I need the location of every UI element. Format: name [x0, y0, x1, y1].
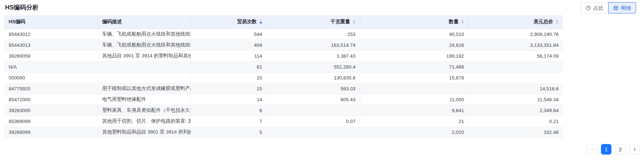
cell-trade-count: 114 — [191, 50, 267, 61]
cell-description: 塑料家具、车身及类似配件（不包括永久安装... — [98, 105, 191, 116]
cell-quantity: 9,841 — [360, 105, 469, 116]
cell-hs-code: 85443013 — [4, 40, 98, 50]
cell-trade-count: 544 — [191, 29, 267, 40]
cell-trade-count: 15 — [191, 83, 267, 94]
next-page-button[interactable] — [629, 144, 640, 155]
cell-usd-total: 0.21 — [469, 116, 563, 127]
cell-hs-code: 39269099 — [4, 127, 98, 138]
cell-usd-total: 2,908,240.76 — [469, 29, 563, 40]
cell-usd-total: 3,133,351.84 — [469, 40, 563, 50]
table-row: 000000 15 130,835.8 15,878 — [4, 72, 563, 83]
cell-usd-total: 11,548.34 — [469, 94, 563, 105]
sort-carets-icon[interactable] — [353, 20, 356, 24]
hs-code-analysis-panel: HS编码分析 占比 明细 — [0, 0, 644, 164]
column-header-usd-total[interactable]: 美元总价 — [469, 15, 563, 29]
column-header-description: 编码描述 — [98, 15, 191, 29]
cell-kg-weight: 605.43 — [267, 94, 360, 105]
table-row: 85472000 电气用塑料绝缘配件 14 605.43 11,050 11,5… — [4, 94, 563, 105]
proportion-view-label: 占比 — [593, 5, 603, 11]
column-label: HS编码 — [9, 19, 25, 25]
cell-usd-total: 14,516.6 — [469, 83, 563, 94]
cell-trade-count: 7 — [191, 116, 267, 127]
cell-usd-total: 2,349.64 — [469, 105, 563, 116]
chevron-left-icon — [590, 147, 594, 152]
column-label: 贸易次数 — [237, 19, 257, 25]
table-row: 85369099 其他用于切割、切片、保护电路的装置: 其他... 7 0.07… — [4, 116, 563, 127]
cell-quantity: 71,466 — [360, 61, 469, 72]
cell-kg-weight — [267, 105, 360, 116]
cell-quantity: 2,020 — [360, 127, 469, 138]
cell-quantity: 199,192 — [360, 50, 469, 61]
cell-description — [98, 72, 191, 83]
pie-chart-icon — [586, 5, 591, 11]
cell-hs-code: 39269059 — [4, 50, 98, 61]
column-header-hs-code: HS编码 — [4, 15, 98, 29]
cell-kg-weight: 552,280.4 — [267, 61, 360, 72]
chevron-right-icon — [632, 147, 637, 152]
cell-quantity: 15,878 — [360, 72, 469, 83]
cell-description: 电气用塑料绝缘配件 — [98, 94, 191, 105]
cell-trade-count: 14 — [191, 94, 267, 105]
prev-page-button[interactable] — [587, 144, 597, 155]
cell-description: 车辆、飞机或船舶用点火线组和其他线组绝缘... — [98, 29, 191, 40]
cell-description — [98, 61, 191, 72]
table-row: 39269059 其他品目 3901 至 3914 的塑料制品和其他材... 1… — [4, 50, 563, 61]
cell-quantity — [360, 83, 469, 94]
cell-trade-count: 8 — [191, 105, 267, 116]
cell-description: 其他用于切割、切片、保护电路的装置: 其他... — [98, 116, 191, 127]
table-row: N/A 61 552,280.4 71,466 — [4, 61, 563, 72]
topbar: HS编码分析 占比 明细 — [0, 0, 644, 14]
column-header-kg-weight[interactable]: 千克重量 — [267, 15, 360, 29]
cell-hs-code: 000000 — [4, 72, 98, 83]
cell-description: 其他品目 3901 至 3914 的塑料制品和其他材... — [98, 50, 191, 61]
pagination: 1 2 — [587, 144, 640, 155]
cell-trade-count: 404 — [191, 40, 267, 50]
cell-quantity: 11,050 — [360, 94, 469, 105]
cell-usd-total: 56,174.09 — [469, 50, 563, 61]
cell-kg-weight: 130,835.8 — [267, 72, 360, 83]
detail-view-label: 明细 — [621, 5, 631, 11]
column-header-quantity[interactable]: 数量 — [360, 15, 469, 29]
table-header-row: HS编码 编码描述 贸易次数 千克重量 — [4, 15, 563, 29]
column-header-trade-count[interactable]: 贸易次数 — [191, 15, 267, 29]
cell-hs-code: 85472000 — [4, 94, 98, 105]
table-row: 84775920 用于模制或以其他方式形成橡胶或塑料产品的... 15 563.… — [4, 83, 563, 94]
cell-kg-weight: 253 — [267, 29, 360, 40]
sort-carets-icon[interactable] — [556, 20, 559, 24]
table-row: 85443013 车辆、飞机或船舶用点火线组和其他线组绝缘... 404 163… — [4, 40, 563, 50]
cell-quantity: 24,616 — [360, 40, 469, 50]
cell-kg-weight: 3,387.43 — [267, 50, 360, 61]
column-label: 数量 — [449, 19, 459, 25]
cell-kg-weight: 563.03 — [267, 83, 360, 94]
sort-carets-icon[interactable] — [461, 20, 464, 24]
page-title: HS编码分析 — [5, 2, 39, 12]
cell-hs-code: 84775920 — [4, 83, 98, 94]
cell-description: 用于模制或以其他方式形成橡胶或塑料产品的... — [98, 83, 191, 94]
detail-view-button[interactable]: 明细 — [608, 2, 636, 13]
cell-usd-total — [469, 72, 563, 83]
hs-code-table: HS编码 编码描述 贸易次数 千克重量 — [4, 15, 563, 138]
column-label: 编码描述 — [102, 19, 122, 25]
table-row: 39263000 塑料家具、车身及类似配件（不包括永久安装... 8 9,841… — [4, 105, 563, 116]
proportion-view-button[interactable]: 占比 — [581, 2, 608, 13]
page-button-2[interactable]: 2 — [615, 144, 626, 155]
cell-hs-code: 85369099 — [4, 116, 98, 127]
cell-hs-code: 39263000 — [4, 105, 98, 116]
cell-description: 其他塑料制品和品目 3901 至 3914 所列的其... — [98, 127, 191, 138]
table-icon — [613, 5, 618, 11]
sort-carets-icon[interactable] — [259, 20, 262, 24]
cell-trade-count: 5 — [191, 127, 267, 138]
page-button-1[interactable]: 1 — [601, 144, 611, 155]
view-toggle-group: 占比 明细 — [581, 2, 636, 13]
cell-quantity: 21 — [360, 116, 469, 127]
table-row: 85443012 车辆、飞机或船舶用点火线组和其他线组绝缘... 544 253… — [4, 29, 563, 40]
column-label: 千克重量 — [331, 19, 350, 25]
cell-trade-count: 15 — [191, 72, 267, 83]
cell-kg-weight — [267, 127, 360, 138]
cell-hs-code: N/A — [4, 61, 98, 72]
table-row: 39269099 其他塑料制品和品目 3901 至 3914 所列的其... 5… — [4, 127, 563, 138]
cell-usd-total — [469, 61, 563, 72]
cell-trade-count: 61 — [191, 61, 267, 72]
cell-hs-code: 85443012 — [4, 29, 98, 40]
cell-kg-weight: 0.07 — [267, 116, 360, 127]
